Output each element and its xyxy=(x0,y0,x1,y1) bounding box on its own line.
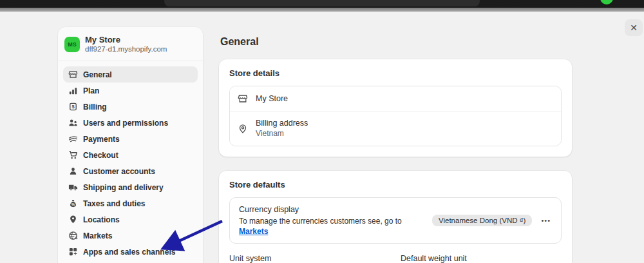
sidebar-item-taxes-and-duties[interactable]: % Taxes and duties xyxy=(63,195,198,211)
currency-display-description: To manage the currencies customers see, … xyxy=(239,216,432,237)
close-icon[interactable]: ✕ xyxy=(625,19,643,36)
settings-modal: ✕ MS My Store dff927-d1.myshopify.com Ge… xyxy=(0,12,644,263)
page-title: General xyxy=(220,36,572,48)
sidebar-item-label: Locations xyxy=(83,215,120,224)
defaults-fields-row: Unit system Metric system Default weight… xyxy=(229,254,562,263)
settings-sidebar: MS My Store dff927-d1.myshopify.com Gene… xyxy=(58,27,203,263)
store-details-card: Store details My Store xyxy=(219,59,572,157)
store-name: My Store xyxy=(85,35,167,44)
store-details-box: My Store Billing address Vietnam xyxy=(229,86,562,146)
overflow-menu-icon[interactable]: ••• xyxy=(540,215,552,226)
currency-badge: Vietnamese Dong (VND ₫) xyxy=(432,215,532,226)
sidebar-item-label: Apps and sales channels xyxy=(83,248,175,257)
topbar-search-input[interactable] xyxy=(164,0,480,6)
unit-system-label: Unit system xyxy=(229,254,390,263)
store-profile-row[interactable]: My Store xyxy=(230,86,561,111)
sidebar-item-label: General xyxy=(83,70,112,79)
billing-address-value: Vietnam xyxy=(256,129,308,139)
sidebar-item-label: Taxes and duties xyxy=(83,199,145,208)
plan-icon xyxy=(68,86,78,95)
sidebar-item-users-and-permissions[interactable]: Users and permissions xyxy=(63,115,198,131)
sidebar-item-plan[interactable]: Plan xyxy=(63,83,198,99)
currency-display-box: Currency display To manage the currencie… xyxy=(229,197,562,244)
weight-unit-label: Default weight unit xyxy=(401,254,562,263)
sidebar-item-payments[interactable]: Payments xyxy=(63,131,198,147)
store-defaults-card: Store defaults Currency display To manag… xyxy=(219,171,572,263)
svg-text:$: $ xyxy=(71,104,75,110)
sidebar-item-label: Customer accounts xyxy=(83,167,155,176)
admin-topbar xyxy=(0,0,644,8)
sidebar-item-label: Shipping and delivery xyxy=(83,183,164,192)
sidebar-item-billing[interactable]: $ Billing xyxy=(63,99,198,115)
markets-icon: $ xyxy=(68,231,78,240)
checkout-icon xyxy=(68,150,78,160)
sidebar-item-label: Billing xyxy=(83,102,107,112)
weight-unit-field: Default weight unit Kilogram (kg) xyxy=(401,254,562,263)
store-domain: dff927-d1.myshopify.com xyxy=(85,44,167,54)
apps-icon xyxy=(68,247,78,257)
sidebar-item-apps-and-sales-channels[interactable]: Apps and sales channels xyxy=(63,244,198,260)
shipping-icon xyxy=(68,182,78,192)
sidebar-item-checkout[interactable]: Checkout xyxy=(63,147,198,163)
sidebar-item-label: Users and permissions xyxy=(83,119,168,128)
sidebar-item-label: Markets xyxy=(83,231,112,240)
locations-icon xyxy=(68,215,78,224)
sidebar-item-markets[interactable]: $ Markets xyxy=(63,228,198,244)
users-icon xyxy=(68,118,78,128)
user-avatar[interactable] xyxy=(600,0,613,5)
svg-text:%: % xyxy=(71,202,75,206)
settings-nav: General Plan $ Billing xyxy=(58,61,203,263)
currency-display-label: Currency display xyxy=(239,204,432,215)
sidebar-item-label: Checkout xyxy=(83,151,118,160)
sidebar-item-general[interactable]: General xyxy=(63,66,198,83)
storefront-icon xyxy=(68,70,78,79)
settings-main: General Store details My Store xyxy=(219,27,572,263)
sidebar-item-shipping-and-delivery[interactable]: Shipping and delivery xyxy=(63,179,198,195)
currency-desc-text: To manage the currencies customers see, … xyxy=(239,217,402,226)
store-defaults-title: Store defaults xyxy=(229,180,562,190)
payments-icon xyxy=(68,134,78,144)
markets-link[interactable]: Markets xyxy=(239,227,268,236)
store-profile-label: My Store xyxy=(256,94,288,104)
store-details-title: Store details xyxy=(229,68,562,78)
storefront-icon xyxy=(238,93,248,104)
modal-backdrop-edge xyxy=(0,8,644,12)
sidebar-item-label: Plan xyxy=(83,86,99,95)
sidebar-item-label: Payments xyxy=(83,135,120,144)
billing-icon: $ xyxy=(68,102,78,112)
customer-accounts-icon xyxy=(68,166,78,176)
svg-text:$: $ xyxy=(75,236,78,240)
billing-address-row[interactable]: Billing address Vietnam xyxy=(230,111,561,146)
unit-system-field: Unit system Metric system xyxy=(229,254,390,263)
sidebar-item-customer-accounts[interactable]: Customer accounts xyxy=(63,163,198,179)
store-header: MS My Store dff927-d1.myshopify.com xyxy=(58,27,203,61)
billing-address-label: Billing address xyxy=(256,119,308,128)
store-avatar: MS xyxy=(64,37,80,52)
location-pin-icon xyxy=(238,124,248,134)
sidebar-item-locations[interactable]: Locations xyxy=(63,211,198,228)
taxes-icon: % xyxy=(68,199,78,208)
